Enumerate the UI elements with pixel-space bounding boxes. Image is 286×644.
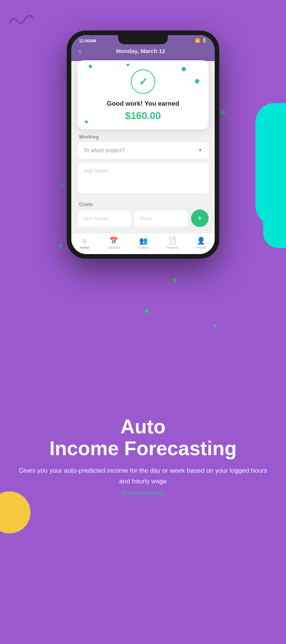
nav-label-clients: Clients — [138, 246, 149, 250]
description-text: Gives you your auto-predicted income for… — [15, 465, 271, 486]
dropdown-arrow-icon: ▼ — [198, 148, 202, 153]
nav-item-home[interactable]: ⌂ Home — [80, 237, 89, 250]
card-confetti-5 — [85, 120, 88, 124]
costs-section-label: Costs — [71, 197, 215, 209]
add-cost-button[interactable]: + — [191, 209, 209, 227]
item-name-placeholder: Item Name — [84, 216, 108, 221]
back-button[interactable]: ‹ — [79, 47, 81, 55]
battery-icon: 🔋 — [202, 38, 207, 43]
phone-frame: 12:00AM 📶 🔋 ‹ Monday, March 12 — [67, 31, 219, 259]
success-title: Good work! You earned — [85, 100, 201, 108]
nav-item-clients[interactable]: 👥 Clients — [138, 237, 149, 250]
bottom-navigation: ⌂ Home 📅 Calendar 👥 Clients 📄 Projects 👤 — [71, 233, 215, 254]
italic-note: (for contractors) — [15, 489, 271, 496]
yellow-circle-decoration — [0, 491, 31, 533]
price-input[interactable]: Price — [134, 210, 188, 227]
worklog-form: To which project? ▼ Add Notes — [71, 142, 215, 193]
cyan-decoration-mid — [263, 179, 286, 248]
calendar-icon: 📅 — [109, 237, 118, 245]
status-icons: 📶 🔋 — [195, 38, 207, 43]
nav-label-profile: Profile — [196, 246, 206, 250]
confetti-9 — [61, 183, 64, 186]
confetti-2 — [220, 110, 226, 115]
confetti-6 — [173, 278, 178, 283]
bottom-text-section: Auto Income Forecasting Gives you your a… — [0, 416, 286, 496]
nav-item-calendar[interactable]: 📅 Calendar — [107, 237, 121, 250]
card-confetti-3 — [195, 79, 200, 84]
nav-label-home: Home — [80, 246, 89, 250]
confetti-7 — [144, 308, 149, 314]
phone-wrapper: 12:00AM 📶 🔋 ‹ Monday, March 12 — [67, 31, 219, 259]
card-confetti-2 — [181, 66, 186, 72]
home-icon: ⌂ — [83, 237, 87, 245]
phone-screen: 12:00AM 📶 🔋 ‹ Monday, March 12 — [71, 35, 215, 254]
heading-line1: Auto — [121, 415, 165, 438]
item-name-input[interactable]: Item Name — [77, 210, 131, 227]
worklog-section-label: Worklog — [71, 129, 215, 142]
header-date: Monday, March 12 — [116, 48, 165, 54]
nav-label-calendar: Calendar — [107, 246, 121, 250]
phone-notch — [118, 35, 168, 44]
success-amount: $160.00 — [85, 110, 201, 122]
heading-line2: Income Forecasting — [49, 437, 236, 459]
price-placeholder: Price — [140, 216, 152, 221]
status-time: 12:00AM — [79, 39, 96, 43]
project-select[interactable]: To which project? ▼ — [77, 142, 209, 159]
notes-field[interactable]: Add Notes — [77, 163, 209, 193]
projects-icon: 📄 — [168, 237, 177, 245]
costs-row: Item Name Price + — [77, 209, 209, 227]
profile-icon: 👤 — [197, 237, 205, 245]
project-placeholder: To which project? — [84, 147, 125, 153]
nav-item-projects[interactable]: 📄 Projects — [166, 237, 179, 250]
costs-form: Item Name Price + — [71, 209, 215, 233]
nav-label-projects: Projects — [166, 246, 179, 250]
plus-icon: + — [198, 213, 202, 223]
card-confetti-1 — [88, 64, 93, 69]
notes-placeholder: Add Notes — [84, 168, 108, 174]
main-heading: Auto Income Forecasting — [15, 416, 271, 459]
wifi-icon: 📶 — [195, 38, 200, 43]
success-card: ✓ Good work! You earned $160.00 — [77, 60, 209, 129]
squiggle-decoration — [8, 11, 34, 29]
confetti-8 — [213, 324, 217, 327]
card-confetti-4 — [126, 63, 130, 66]
checkmark-icon: ✓ — [139, 76, 148, 88]
success-icon-circle: ✓ — [131, 69, 155, 94]
clients-icon: 👥 — [139, 237, 148, 245]
app-header: ‹ Monday, March 12 — [71, 45, 215, 61]
confetti-5 — [59, 244, 63, 248]
nav-item-profile[interactable]: 👤 Profile — [196, 237, 206, 250]
